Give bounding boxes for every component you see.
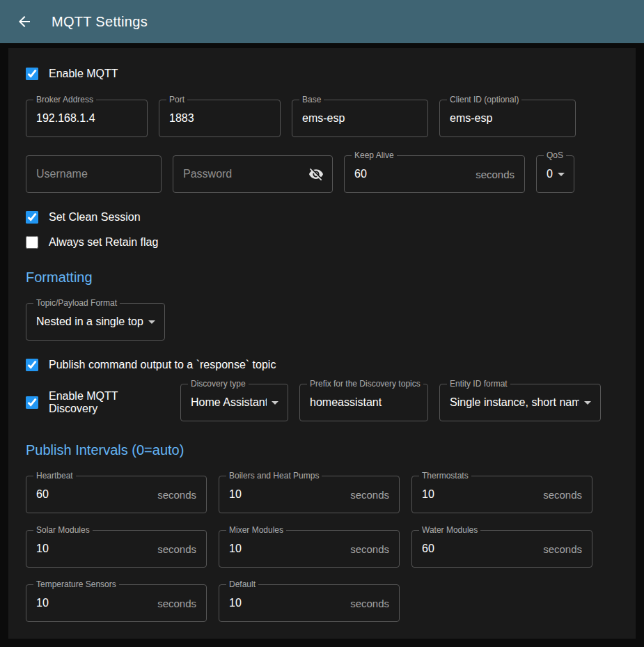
seconds-suffix: seconds [543,543,582,555]
seconds-suffix: seconds [157,489,196,501]
default-interval-input[interactable] [229,597,345,609]
seconds-suffix: seconds [157,598,196,609]
intervals-row-2: Solar Modules seconds Mixer Modules seco… [26,530,618,568]
back-arrow-icon[interactable] [15,13,33,31]
publish-response-checkbox[interactable] [26,359,38,371]
publish-response-checkbox-row[interactable]: Publish command output to a `response` t… [26,359,618,371]
base-label: Base [299,95,324,104]
heartbeat-input[interactable] [36,488,152,501]
enable-mqtt-label: Enable MQTT [49,68,118,80]
discovery-prefix-field: Prefix for the Discovery topics [299,384,428,421]
heartbeat-label: Heartbeat [33,471,76,481]
client-id-field: Client ID (optional) [439,100,576,137]
password-input[interactable] [183,168,307,180]
port-label: Port [166,95,187,104]
entity-id-format-select[interactable]: Entity ID format Single instance, short … [439,384,601,421]
visibility-off-icon[interactable] [307,165,325,183]
keep-alive-suffix: seconds [476,169,515,180]
mixer-modules-label: Mixer Modules [226,525,286,535]
base-field: Base [292,100,428,137]
boilers-field: Boilers and Heat Pumps seconds [219,476,400,513]
username-field [26,155,162,193]
discovery-row: Enable MQTT Discovery Discovery type Hom… [26,384,618,421]
default-interval-field: Default seconds [219,584,400,622]
keep-alive-field: Keep Alive seconds [344,155,525,193]
page-title: MQTT Settings [52,14,148,30]
temperature-sensors-input[interactable] [36,597,152,609]
entity-id-format-label: Entity ID format [447,379,510,389]
chevron-down-icon [267,394,283,411]
retain-flag-label: Always set Retain flag [49,236,158,249]
seconds-suffix: seconds [350,598,389,609]
water-modules-field: Water Modules seconds [411,530,592,568]
enable-mqtt-checkbox-row[interactable]: Enable MQTT [26,68,618,80]
username-input[interactable] [36,168,151,180]
intervals-row-1: Heartbeat seconds Boilers and Heat Pumps… [26,476,618,513]
discovery-prefix-input[interactable] [310,396,418,409]
base-input[interactable] [302,112,418,125]
discovery-type-label: Discovery type [188,379,249,389]
water-modules-label: Water Modules [419,525,480,535]
broker-address-label: Broker Address [33,95,96,104]
temperature-sensors-label: Temperature Sensors [33,579,119,589]
mixer-modules-field: Mixer Modules seconds [219,530,400,568]
topic-format-value: Nested in a single topic [36,315,143,328]
topic-format-label: Topic/Payload Format [33,298,120,308]
app-bar: MQTT Settings [0,0,644,43]
formatting-heading: Formatting [26,270,618,286]
discovery-type-value: Home Assistant [191,396,267,409]
broker-address-field: Broker Address [26,100,148,137]
intervals-row-3: Temperature Sensors seconds Default seco… [26,584,618,622]
boilers-input[interactable] [229,488,345,501]
mqtt-settings-panel: Enable MQTT Broker Address Port Base Cli… [8,48,636,639]
clean-session-label: Set Clean Session [49,211,141,224]
keep-alive-label: Keep Alive [352,150,397,160]
seconds-suffix: seconds [350,489,389,501]
boilers-label: Boilers and Heat Pumps [226,471,322,481]
chevron-down-icon [579,394,596,411]
topic-format-row: Topic/Payload Format Nested in a single … [26,303,618,341]
clean-session-checkbox[interactable] [26,211,38,224]
seconds-suffix: seconds [350,543,389,555]
port-field: Port [159,100,281,137]
solar-modules-label: Solar Modules [33,525,93,535]
chevron-down-icon [143,313,160,330]
publish-response-label: Publish command output to a `response` t… [49,359,276,371]
credentials-row: Keep Alive seconds QoS 0 [26,155,618,193]
default-interval-label: Default [226,579,258,589]
clean-session-checkbox-row[interactable]: Set Clean Session [26,211,618,224]
client-id-input[interactable] [450,112,565,125]
topic-format-select[interactable]: Topic/Payload Format Nested in a single … [26,303,165,341]
discovery-type-select[interactable]: Discovery type Home Assistant [180,384,288,421]
qos-select[interactable]: QoS 0 [536,155,574,193]
mixer-modules-input[interactable] [229,543,345,555]
entity-id-format-value: Single instance, short name [450,396,579,409]
discovery-prefix-label: Prefix for the Discovery topics [307,379,423,389]
keep-alive-input[interactable] [354,168,470,180]
client-id-label: Client ID (optional) [447,95,521,104]
thermostats-label: Thermostats [419,471,471,481]
port-input[interactable] [169,112,270,125]
temperature-sensors-field: Temperature Sensors seconds [26,584,207,622]
enable-mqtt-checkbox[interactable] [26,68,38,80]
thermostats-field: Thermostats seconds [411,476,592,513]
broker-address-input[interactable] [36,112,137,125]
enable-discovery-checkbox-row[interactable]: Enable MQTT Discovery [26,390,169,415]
water-modules-input[interactable] [422,543,537,555]
enable-discovery-label: Enable MQTT Discovery [49,390,169,415]
qos-label: QoS [544,150,566,160]
heartbeat-field: Heartbeat seconds [26,476,207,513]
broker-settings-row: Broker Address Port Base Client ID (opti… [26,100,618,137]
seconds-suffix: seconds [543,489,582,501]
enable-discovery-checkbox[interactable] [26,396,38,409]
publish-intervals-heading: Publish Intervals (0=auto) [26,442,618,458]
thermostats-input[interactable] [422,488,537,501]
chevron-down-icon [553,166,570,182]
retain-flag-checkbox-row[interactable]: Always set Retain flag [26,236,618,249]
qos-value: 0 [547,168,553,180]
solar-modules-field: Solar Modules seconds [26,530,207,568]
password-field [173,155,333,193]
retain-flag-checkbox[interactable] [26,236,38,249]
solar-modules-input[interactable] [36,543,152,555]
seconds-suffix: seconds [157,543,196,555]
